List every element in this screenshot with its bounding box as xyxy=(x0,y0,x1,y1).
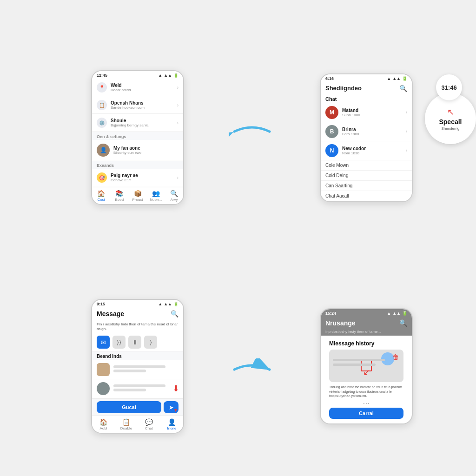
chevron-newcodor: › xyxy=(406,148,407,153)
special-popup: ↖ Specall Shenderrig xyxy=(425,93,476,144)
status-icons-1: ▲ ▲▲ 🔋 xyxy=(158,73,178,78)
status-bar-2: 6:16 ▲ ▲▲ 🔋 xyxy=(321,74,412,82)
list-can[interactable]: Can Saarting xyxy=(321,181,412,191)
message-search-icon[interactable]: 🔍 xyxy=(171,310,178,317)
status-time-1: 12:45 xyxy=(97,73,107,78)
action-btn-2[interactable]: ⟩⟩ xyxy=(112,336,126,349)
hist-line-1 xyxy=(333,359,385,361)
shoule-label: Shoule xyxy=(111,118,148,123)
message-title: Message xyxy=(97,310,124,317)
nav-aobl[interactable]: 🏠 Aobl xyxy=(92,418,115,430)
status-icons-4: ▲ ▲▲ 🔋 xyxy=(387,311,407,316)
quadrant-chat: 6:16 ▲ ▲▲ 🔋 Shediigndeo 🔍 Chat M Matand … xyxy=(252,23,476,252)
status-time-4: 15:24 xyxy=(325,311,336,316)
action-btn-4[interactable]: ⟩ xyxy=(144,336,157,349)
chevron-icon: › xyxy=(177,85,178,90)
profile-sublabel: Blicority oun ewol xyxy=(113,151,142,155)
matand-sub: Sunn 1080 xyxy=(342,113,402,117)
history-red-arrow: ↙ xyxy=(363,367,370,377)
chat-item-brinra[interactable]: B Brinra Faro 1000 › xyxy=(321,122,412,141)
history-sub: Inp dostioshy lesty then of tame... xyxy=(321,330,412,336)
chat-item-matand[interactable]: M Matand Sunn 1080 › xyxy=(321,103,412,122)
battery-icon-3: 🔋 xyxy=(173,302,178,306)
nav-doable[interactable]: 📋 Doable xyxy=(115,418,138,430)
bood-icon: 📚 xyxy=(115,190,123,197)
cost-icon: 🏠 xyxy=(97,190,105,197)
brinra-avatar: B xyxy=(325,125,338,138)
list-cold[interactable]: Cold Deing xyxy=(321,171,412,181)
prouct-icon: 📦 xyxy=(134,190,142,197)
action-icon-button[interactable]: ➤ ▼ xyxy=(164,401,178,413)
phone-settings: 12:45 ▲ ▲▲ 🔋 📍 Weld Hocor omrid › 📋 xyxy=(91,70,184,205)
contact-thumb-2 xyxy=(97,382,110,395)
nav-arvy[interactable]: 🔍 Arvy xyxy=(165,190,183,202)
action-btn-3[interactable]: ⏸ xyxy=(128,336,141,349)
action-bar: Gucal ➤ ▼ xyxy=(92,398,183,416)
menu-item-palg[interactable]: 🎯 Palg nayr ae Ochave E1? › xyxy=(92,169,183,186)
cancel-button-4[interactable]: Carral xyxy=(329,408,403,419)
status-time-3: 9:15 xyxy=(97,302,105,306)
inone-icon: 👤 xyxy=(168,418,176,426)
popup-specall-label: Specall xyxy=(439,118,462,126)
signal-icon-4: ▲▲ xyxy=(392,311,401,316)
menu-item-shoule[interactable]: ⚙️ Shoule Bqjaming berngy sanla › xyxy=(92,114,183,132)
shoule-sublabel: Bqjaming berngy sanla xyxy=(111,123,148,127)
chat-screen-title: Shediigndeo xyxy=(325,85,362,92)
newcodor-sub: Nom 1030 xyxy=(342,151,402,155)
action-btn-1[interactable]: ✉ xyxy=(97,336,110,349)
nav-nuon[interactable]: 👥 Nuon... xyxy=(147,190,165,202)
history-header: Nrusange 🔍 xyxy=(321,317,412,330)
palg-icon: 🎯 xyxy=(97,172,107,183)
message-desc: Fin r aasdishy Indy then of tama the nea… xyxy=(92,320,183,334)
menu-item-weld[interactable]: 📍 Weld Hocor omrid › xyxy=(92,79,183,96)
nav-prouct-label: Prouct xyxy=(132,198,143,202)
beand-inds-label: Beand Inds xyxy=(92,351,183,360)
nav-inone-label: Inone xyxy=(167,426,176,430)
nav-inone[interactable]: 👤 Inone xyxy=(160,418,183,430)
cancel-button-3[interactable]: Gucal xyxy=(97,401,161,413)
chat-icon: 💬 xyxy=(145,418,153,426)
history-search-icon[interactable]: 🔍 xyxy=(399,319,407,327)
nuon-icon: 👥 xyxy=(152,190,160,197)
nav-bood-label: Bood xyxy=(115,198,124,202)
list-cole[interactable]: Cole Mown xyxy=(321,160,412,171)
battery-icon-2: 🔋 xyxy=(402,76,407,81)
list-chat-aacall[interactable]: Chat Aacall xyxy=(321,191,412,201)
search-button[interactable]: 🔍 xyxy=(399,85,407,92)
wifi-icon-3: ▲ xyxy=(158,302,162,306)
status-icons-3: ▲ ▲▲ 🔋 xyxy=(158,302,178,306)
history-title: Nrusange xyxy=(325,319,356,327)
nav-bood[interactable]: 📚 Bood xyxy=(110,190,128,202)
popup-cursor-icon: ↖ xyxy=(447,107,454,117)
phone-chat: 6:16 ▲ ▲▲ 🔋 Shediigndeo 🔍 Chat M Matand … xyxy=(320,73,413,202)
history-image: 🗑 ↙ xyxy=(329,350,403,382)
doable-icon: 📋 xyxy=(122,418,130,426)
nav-prouct[interactable]: 📦 Prouct xyxy=(128,190,146,202)
hist-line-2 xyxy=(333,364,376,366)
contact-line-1a xyxy=(113,365,165,368)
nav-cost-label: Cost xyxy=(97,198,105,202)
chat-item-newcodor[interactable]: N New codor Nom 1030 › xyxy=(321,141,412,160)
menu-item-profile[interactable]: 👤 My fan aone Blicority oun ewol xyxy=(92,140,183,160)
history-delete-icon: 🗑 xyxy=(392,353,399,361)
brinra-name: Brinra xyxy=(342,127,402,132)
arvy-icon: 🔍 xyxy=(170,190,178,197)
contact-item-2[interactable]: ⬇ xyxy=(92,379,183,398)
nav-cost[interactable]: 🏠 Cost xyxy=(92,190,110,202)
red-arrow-icon-2: ▼ xyxy=(173,408,178,413)
history-card: Mlessage history 🗑 ↙ Thdurig and hnor th… xyxy=(324,336,408,423)
shoule-icon: ⚙️ xyxy=(97,118,107,128)
menu-item-opensh[interactable]: 📋 Opensh Nhans Sande hookson com › xyxy=(92,97,183,114)
contact-line-2b xyxy=(113,389,146,391)
nav-chat[interactable]: 💬 Chat xyxy=(138,418,160,430)
arrow-top xyxy=(229,120,275,145)
chat-header: Shediigndeo 🔍 xyxy=(321,82,412,94)
matand-name: Matand xyxy=(342,108,402,113)
status-time-2: 6:16 xyxy=(325,76,334,81)
matand-avatar: M xyxy=(325,106,338,119)
contact-item-1[interactable] xyxy=(92,360,183,379)
nav-nuon-label: Nuon... xyxy=(150,198,162,202)
chevron-brinra: › xyxy=(406,129,407,134)
chat-section-label: Chat xyxy=(321,94,412,103)
newcodor-name: New codor xyxy=(342,146,402,151)
